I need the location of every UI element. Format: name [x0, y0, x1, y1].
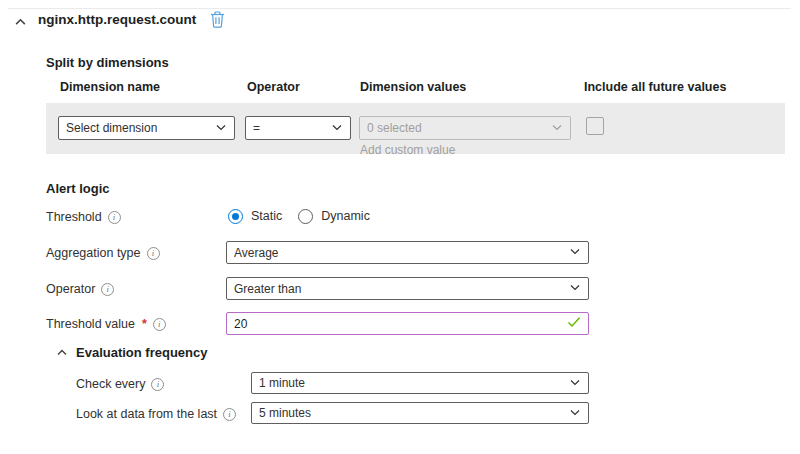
dimension-values-dropdown[interactable]: 0 selected	[359, 116, 571, 140]
info-icon[interactable]: i	[223, 408, 236, 421]
threshold-type-radio-group: Static Dynamic	[228, 207, 378, 225]
dynamic-radio-label[interactable]: Dynamic	[321, 209, 370, 223]
info-icon[interactable]: i	[151, 378, 164, 391]
column-header-operator: Operator	[247, 80, 300, 94]
lookback-dropdown[interactable]: 5 minutes	[251, 402, 589, 424]
operator-label-row: Operator i	[46, 281, 114, 297]
required-asterisk: *	[142, 317, 147, 331]
top-divider	[8, 8, 791, 9]
check-every-label: Check every	[76, 377, 145, 391]
threshold-value-label-row: Threshold value * i	[46, 316, 166, 332]
check-every-label-row: Check every i	[76, 376, 164, 392]
info-icon[interactable]: i	[153, 318, 166, 331]
metric-collapse-chevron-icon[interactable]	[12, 15, 28, 29]
dimension-values-dropdown-value: 0 selected	[367, 121, 422, 135]
threshold-label: Threshold	[46, 210, 102, 224]
operator-dropdown[interactable]: Greater than	[226, 277, 589, 300]
chevron-down-icon	[551, 121, 563, 136]
column-header-include-future-values: Include all future values	[584, 80, 726, 94]
trash-icon	[210, 11, 225, 32]
info-icon[interactable]: i	[101, 283, 114, 296]
column-header-dimension-name: Dimension name	[60, 80, 160, 94]
aggregation-type-label: Aggregation type	[46, 246, 141, 260]
dimension-operator-dropdown[interactable]: =	[245, 116, 351, 140]
check-every-dropdown-value: 1 minute	[259, 376, 305, 390]
alert-logic-heading: Alert logic	[46, 181, 110, 196]
static-radio-label[interactable]: Static	[251, 209, 282, 223]
lookback-dropdown-value: 5 minutes	[259, 406, 311, 420]
chevron-down-icon	[331, 121, 343, 136]
static-radio[interactable]	[228, 209, 243, 224]
check-every-dropdown[interactable]: 1 minute	[251, 372, 589, 394]
threshold-label-row: Threshold i	[46, 209, 121, 225]
chevron-down-icon	[569, 376, 581, 391]
chevron-down-icon	[569, 245, 581, 260]
split-by-dimensions-heading: Split by dimensions	[46, 55, 169, 70]
evaluation-frequency-heading: Evaluation frequency	[76, 345, 207, 360]
operator-dropdown-value: Greater than	[234, 282, 301, 296]
column-header-dimension-values: Dimension values	[360, 80, 466, 94]
metric-title: nginx.http.request.count	[38, 12, 196, 27]
lookback-label-row: Look at data from the last i	[76, 406, 236, 422]
add-custom-value-link[interactable]: Add custom value	[360, 143, 455, 157]
threshold-value-label: Threshold value	[46, 317, 135, 331]
info-icon[interactable]: i	[147, 247, 160, 260]
chevron-down-icon	[569, 406, 581, 421]
threshold-value-input-value: 20	[234, 317, 247, 331]
aggregation-type-dropdown[interactable]: Average	[226, 241, 589, 264]
dynamic-radio[interactable]	[298, 209, 313, 224]
delete-metric-button[interactable]	[206, 10, 228, 32]
operator-label: Operator	[46, 282, 95, 296]
info-icon[interactable]: i	[108, 211, 121, 224]
aggregation-type-dropdown-value: Average	[234, 246, 278, 260]
include-future-values-checkbox[interactable]	[586, 117, 604, 135]
chevron-down-icon	[215, 121, 227, 136]
valid-checkmark-icon	[567, 316, 581, 331]
lookback-label: Look at data from the last	[76, 407, 217, 421]
chevron-down-icon	[569, 281, 581, 296]
aggregation-type-label-row: Aggregation type i	[46, 245, 160, 261]
dimension-name-dropdown-value: Select dimension	[66, 121, 157, 135]
evaluation-frequency-collapse-chevron-icon[interactable]	[55, 346, 69, 359]
threshold-value-input[interactable]: 20	[226, 312, 589, 335]
dimension-operator-dropdown-value: =	[253, 121, 260, 135]
dimension-name-dropdown[interactable]: Select dimension	[58, 116, 235, 140]
